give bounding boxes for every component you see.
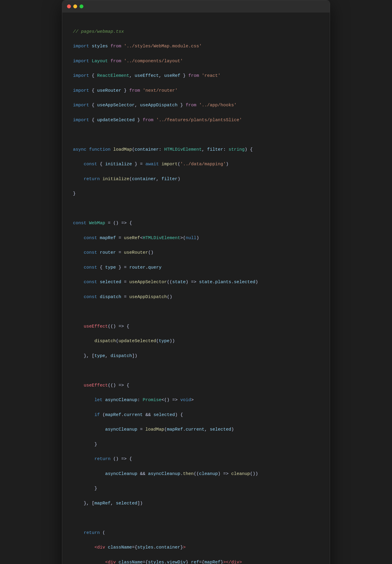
line-if-mapref: if (mapRef.current && selected) { bbox=[73, 412, 319, 419]
line-selected: const selected = useAppSelector((state) … bbox=[73, 279, 319, 286]
line-const-webmap: const WebMap = () => { bbox=[73, 220, 319, 227]
line-return-jsx: return ( bbox=[73, 529, 319, 537]
close-button[interactable] bbox=[67, 4, 71, 8]
line-jsx-outer-div: <div className={styles.container}> bbox=[73, 544, 319, 551]
line-let-async: let asyncCleanup: Promise<() => void> bbox=[73, 397, 319, 404]
line-import-6: import { updateSelected } from '../featu… bbox=[73, 117, 319, 124]
line-import-4: import { useRouter } from 'next/router' bbox=[73, 87, 319, 95]
line-useeffect-1-close: }, [type, dispatch]) bbox=[73, 353, 319, 360]
line-comment: // pages/webmap.tsx bbox=[73, 28, 319, 36]
line-blank-4 bbox=[73, 367, 319, 375]
line-import-3: import { ReactElement, useEffect, useRef… bbox=[73, 72, 319, 80]
line-async-then: asyncCleanup && asyncCleanup.then((clean… bbox=[73, 470, 319, 478]
line-return-fn-close: } bbox=[73, 485, 319, 493]
line-dispatch: const dispatch = useAppDispatch() bbox=[73, 294, 319, 301]
code-editor: // pages/webmap.tsx import styles from '… bbox=[62, 13, 330, 564]
line-useeffect-2: useEffect(() => { bbox=[73, 382, 319, 389]
code-window: // pages/webmap.tsx import styles from '… bbox=[62, 0, 330, 564]
minimize-button[interactable] bbox=[73, 4, 77, 8]
line-type: const { type } = router.query bbox=[73, 264, 319, 272]
line-router: const router = useRouter() bbox=[73, 249, 319, 257]
line-blank-5 bbox=[73, 515, 319, 522]
line-return-init: return initialize(container, filter) bbox=[73, 176, 319, 183]
line-blank-1 bbox=[73, 131, 319, 139]
line-mapref: const mapRef = useRef<HTMLDivElement>(nu… bbox=[73, 235, 319, 242]
line-import-5: import { useAppSelector, useAppDispatch … bbox=[73, 102, 319, 109]
line-dispatch-call: dispatch(updateSelected(type)) bbox=[73, 338, 319, 345]
line-const-init: const { initialize } = await import('../… bbox=[73, 161, 319, 168]
line-close-1: } bbox=[73, 190, 319, 198]
line-import-1: import styles from '../styles/WebMap.mod… bbox=[73, 43, 319, 50]
line-useeffect-1: useEffect(() => { bbox=[73, 323, 319, 331]
line-useeffect-2-close: }, [mapRef, selected]) bbox=[73, 500, 319, 507]
line-blank-2 bbox=[73, 205, 319, 213]
line-async-cleanup: asyncCleanup = loadMap(mapRef.current, s… bbox=[73, 426, 319, 434]
line-import-2: import Layout from '../components/layout… bbox=[73, 58, 319, 65]
line-return-fn: return () => { bbox=[73, 456, 319, 463]
line-if-close: } bbox=[73, 441, 319, 448]
line-async-func: async function loadMap(container: HTMLDi… bbox=[73, 146, 319, 154]
titlebar bbox=[62, 0, 330, 13]
maximize-button[interactable] bbox=[80, 4, 83, 8]
line-jsx-inner-div: <div className={styles.viewDiv} ref={map… bbox=[73, 559, 319, 564]
line-blank-3 bbox=[73, 308, 319, 316]
